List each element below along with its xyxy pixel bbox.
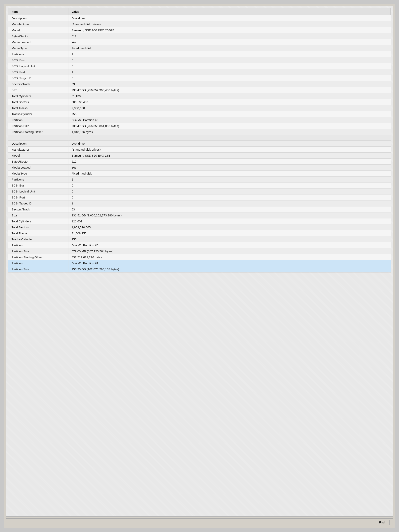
table-row: Partition Size579.00 MB (607,125,504 byt… <box>8 248 391 254</box>
table-row-item: SCSI Logical Unit <box>8 63 68 69</box>
col-header-value: Value <box>68 8 391 15</box>
table-row-item: Model <box>8 27 68 33</box>
table-row-value: 1 <box>68 69 391 75</box>
table-row-value: 0 <box>68 57 391 63</box>
table-row-item: Total Sectors <box>8 99 68 105</box>
table-row: Manufacturer(Standard disk drives) <box>8 21 391 27</box>
table-row: SCSI Target ID1 <box>8 201 391 206</box>
table-row: Partition Starting Offset837,519,671,296… <box>8 254 391 260</box>
table-row-value: 238.47 GB (256,052,966,400 bytes) <box>68 87 391 93</box>
table-row: Media LoadedYes <box>8 165 391 171</box>
table-row-item: Bytes/Sector <box>8 158 68 165</box>
table-row-value: Disk #0, Partition #0 <box>68 242 391 248</box>
table-row-item: Bytes/Sector <box>8 33 68 39</box>
table-row-value: (Standard disk drives) <box>68 147 391 152</box>
table-row: Total Cylinders31,130 <box>8 93 391 99</box>
table-row: ModelSamsung SSD 860 EVO 1TB <box>8 152 391 158</box>
table-row-value: 579.00 MB (607,125,504 bytes) <box>68 248 391 254</box>
table-row: Bytes/Sector512 <box>8 158 391 165</box>
table-row-item: SCSI Port <box>8 69 68 75</box>
table-row: SCSI Logical Unit0 <box>8 189 391 195</box>
table-row-item: Model <box>8 152 68 158</box>
table-row-value: 0 <box>68 189 391 195</box>
table-row-item: Description <box>8 141 68 147</box>
table-row: Size931.51 GB (1,000,202,273,280 bytes) <box>8 212 391 218</box>
table-row-value: 1,048,576 bytes <box>68 129 391 135</box>
table-row-item: SCSI Target ID <box>8 75 68 81</box>
table-row-item: Partition <box>8 260 68 266</box>
table-row-item: Description <box>8 15 68 21</box>
table-row: Total Sectors1,953,520,065 <box>8 224 391 230</box>
table-row-value: 121,601 <box>68 218 391 224</box>
table-row: Bytes/Sector512 <box>8 33 391 39</box>
table-row-item: SCSI Bus <box>8 57 68 63</box>
separator-row <box>8 135 391 141</box>
table-row-value: Disk drive <box>68 15 391 21</box>
table-row: PartitionDisk #2, Partition #0 <box>8 117 391 123</box>
table-row-item: SCSI Logical Unit <box>8 189 68 195</box>
table-row: Manufacturer(Standard disk drives) <box>8 147 391 152</box>
table-row-item: Media Loaded <box>8 165 68 171</box>
table-row: ModelSamsung SSD 950 PRO 256GB <box>8 27 391 33</box>
find-button[interactable]: Find <box>374 520 390 525</box>
table-row: SCSI Port1 <box>8 69 391 75</box>
table-row-value: 31,130 <box>68 93 391 99</box>
table-row: Partition Starting Offset1,048,576 bytes <box>8 129 391 135</box>
table-row: Sectors/Track63 <box>8 81 391 87</box>
table-row: Tracks/Cylinder255 <box>8 236 391 242</box>
content-area: Item Value DescriptionDisk driveManufact… <box>6 6 393 517</box>
table-row-item: Media Type <box>8 171 68 177</box>
table-row-value: 1 <box>68 201 391 206</box>
table-row: Media LoadedYes <box>8 39 391 45</box>
table-row: Media TypeFixed hard disk <box>8 171 391 177</box>
table-row-item: Media Loaded <box>8 39 68 45</box>
table-row-value: 7,938,150 <box>68 105 391 111</box>
table-row-value: 63 <box>68 81 391 87</box>
table-row-value: Disk drive <box>68 141 391 147</box>
table-row-item: Partition Starting Offset <box>8 254 68 260</box>
table-row-item: Sectors/Track <box>8 206 68 212</box>
table-row-value: 2 <box>68 177 391 183</box>
table-row-value: 512 <box>68 158 391 165</box>
table-row-item: Manufacturer <box>8 21 68 27</box>
properties-table: Item Value DescriptionDisk driveManufact… <box>8 8 391 272</box>
table-row: Total Sectors500,103,450 <box>8 99 391 105</box>
table-row: Media TypeFixed hard disk <box>8 45 391 51</box>
table-row-item: Partitions <box>8 177 68 183</box>
table-row-value: Fixed hard disk <box>68 171 391 177</box>
table-row-value: 255 <box>68 236 391 242</box>
table-row: Sectors/Track63 <box>8 206 391 212</box>
table-row-item: Sectors/Track <box>8 81 68 87</box>
table-row-item: Tracks/Cylinder <box>8 236 68 242</box>
table-row-item: Partition <box>8 117 68 123</box>
table-row: Partition Size238.47 GB (256,058,064,896… <box>8 123 391 129</box>
table-row-value: 512 <box>68 33 391 39</box>
table-row: SCSI Target ID0 <box>8 75 391 81</box>
table-row-value: 0 <box>68 75 391 81</box>
table-row-value: 500,103,450 <box>68 99 391 105</box>
table-row-value: (Standard disk drives) <box>68 21 391 27</box>
table-row: Partitions1 <box>8 51 391 57</box>
table-row-item: Total Sectors <box>8 224 68 230</box>
table-row-value: 238.47 GB (256,058,064,896 bytes) <box>68 123 391 129</box>
bottom-bar: Find <box>6 518 393 526</box>
table-row-value: 1 <box>68 51 391 57</box>
table-row: SCSI Bus0 <box>8 183 391 189</box>
data-table-container: Item Value DescriptionDisk driveManufact… <box>8 8 391 272</box>
table-row-item: Manufacturer <box>8 147 68 152</box>
table-row-value: Disk #0, Partition #1 <box>68 260 391 266</box>
table-row-value: 931.51 GB (1,000,202,273,280 bytes) <box>68 212 391 218</box>
table-row: SCSI Logical Unit0 <box>8 63 391 69</box>
table-row-value: Yes <box>68 39 391 45</box>
table-row-value: Fixed hard disk <box>68 45 391 51</box>
table-row: PartitionDisk #0, Partition #0 <box>8 242 391 248</box>
table-row-value: Samsung SSD 950 PRO 256GB <box>68 27 391 33</box>
table-row-value: 0 <box>68 63 391 69</box>
table-row: Tracks/Cylinder255 <box>8 111 391 117</box>
table-row-item: Partition Starting Offset <box>8 129 68 135</box>
col-header-item: Item <box>8 8 68 15</box>
table-row: DescriptionDisk drive <box>8 15 391 21</box>
table-row: Total Cylinders121,601 <box>8 218 391 224</box>
table-row: Total Tracks7,938,150 <box>8 105 391 111</box>
main-window: Item Value DescriptionDisk driveManufact… <box>4 4 395 528</box>
